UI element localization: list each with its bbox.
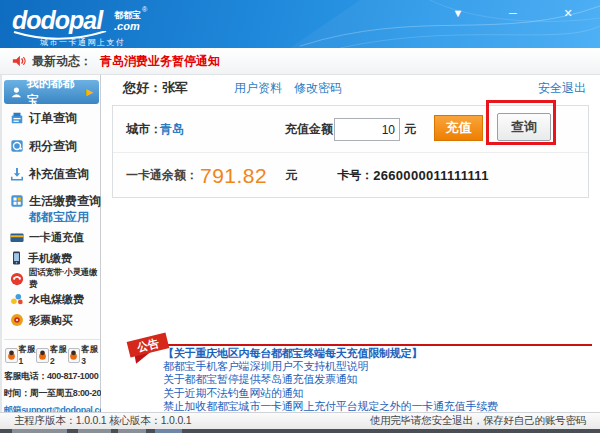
sidebar: 我的都都宝 ▶ 订单查询 积分查询 补充值查询 (0, 75, 101, 412)
service-agent-1-button[interactable]: 客服1 (5, 344, 36, 366)
user-bar: 您好：张军 用户资料 修改密码 (101, 75, 600, 101)
utilities-icon (10, 292, 24, 306)
user-greeting: 您好：张军 (123, 79, 188, 97)
user-icon (10, 86, 23, 99)
recharge-panel: 城市： 青岛 充值金额： 元 充值 查询 一卡通余额： 791.82 元 卡号：… (112, 105, 589, 198)
window-menu-button[interactable]: ▼ (448, 5, 468, 21)
life-payment-icon (10, 194, 24, 208)
balance-row: 一卡通余额： 791.82 元 卡号： 2660000011111111 (113, 152, 588, 199)
dodopal-window: dodopal 都都宝 ® .com 城市一卡通网上支付 ▼ ─ ✕ 最新动态：… (0, 0, 600, 433)
logo-com: .com (114, 20, 140, 32)
points-icon (10, 139, 24, 153)
main-content: 您好：张军 用户资料 修改密码 安全退出 城市： 青岛 充值金额： 元 充值 查… (101, 75, 600, 412)
sidebar-apps-header: 都都宝应用 (2, 209, 102, 226)
sidebar-item-label: 手机缴费 (28, 251, 72, 266)
recharge-button[interactable]: 充值 (434, 115, 483, 141)
sidebar-item-label: 补充值查询 (29, 166, 89, 183)
announcement-list: 【关于重庆地区内每台都都宝终端每天充值限制规定】 都都宝手机客户端深圳用户不支持… (163, 347, 595, 413)
query-button[interactable]: 查询 (497, 113, 551, 141)
city-value[interactable]: 青岛 (160, 106, 184, 152)
qq-icon (5, 348, 18, 363)
sidebar-item-label: 订单查询 (29, 110, 77, 127)
service-hours: 时间：周一至周五8:00-20:00 (4, 387, 100, 400)
order-icon (10, 111, 24, 125)
card-number-label: 卡号： (337, 167, 373, 184)
announcement-link[interactable]: 【关于重庆地区内每台都都宝终端每天充值限制规定】 (163, 347, 595, 360)
taskbar-sliver (0, 429, 600, 433)
service-tab-label: 客服2 (50, 344, 68, 366)
card-number-value: 2660000011111111 (373, 168, 488, 183)
balance-currency: 元 (285, 167, 297, 184)
announcement-link[interactable]: 关于都都宝暂停提供琴岛通充值发票通知 (163, 373, 595, 386)
sidebar-item-label: 我的都都宝 (27, 75, 86, 109)
announcement-link[interactable]: 都都宝手机客户端深圳用户不支持机型说明 (163, 360, 595, 373)
user-profile-link[interactable]: 用户资料 (234, 80, 282, 97)
amount-input[interactable] (334, 118, 400, 141)
landline-phone-icon (10, 272, 24, 286)
status-bar: 主程序版本：1.0.0.1 核心版本：1.0.0.1 使用完毕请您安全退出，保存… (0, 412, 600, 429)
change-password-link[interactable]: 修改密码 (294, 80, 342, 97)
download-icon (10, 167, 24, 181)
window-close-button[interactable]: ✕ (558, 5, 578, 21)
app-header: dodopal 都都宝 ® .com 城市一卡通网上支付 ▼ ─ ✕ (0, 0, 600, 48)
speaker-icon (12, 54, 26, 68)
service-tab-label: 客服1 (19, 344, 37, 366)
sidebar-item-label: 水电煤缴费 (29, 292, 84, 307)
logo-tagline: 城市一卡通网上支付 (40, 37, 126, 48)
service-tab-label: 客服3 (81, 344, 99, 366)
sidebar-item-label: 生活缴费查询 (29, 193, 101, 210)
safe-logout-link[interactable]: 安全退出 (538, 80, 586, 97)
chevron-right-icon: ▶ (86, 87, 93, 97)
sidebar-item-points-query[interactable]: 积分查询 (2, 134, 102, 158)
window-minimize-button[interactable]: ─ (503, 5, 523, 21)
ticker-notice-link[interactable]: 青岛消费业务暂停通知 (100, 53, 220, 70)
service-tabs: 客服1 客服2 客服3 (4, 344, 100, 366)
service-agent-3-button[interactable]: 客服3 (68, 344, 99, 366)
version-info: 主程序版本：1.0.0.1 核心版本：1.0.0.1 (14, 414, 191, 428)
sidebar-item-label: 一卡通充值 (29, 230, 84, 245)
sidebar-item-label: 彩票购买 (29, 313, 73, 328)
news-ticker: 最新动态： 青岛消费业务暂停通知 (0, 48, 600, 75)
announcement-link[interactable]: 关于近期不法钓鱼网站的通知 (163, 387, 595, 400)
service-phone: 客服电话：400-817-1000 (4, 370, 100, 383)
currency-label: 元 (404, 106, 416, 152)
balance-label: 一卡通余额： (126, 167, 198, 184)
card-icon (10, 231, 24, 244)
announcement-divider (138, 344, 592, 346)
safety-tip: 使用完毕请您安全退出，保存好自己的账号密码 (370, 414, 586, 428)
sidebar-item-topup-query[interactable]: 补充值查询 (2, 162, 102, 186)
city-label: 城市： (126, 106, 162, 152)
registered-mark: ® (142, 6, 147, 13)
recharge-form-row: 城市： 青岛 充值金额： 元 充值 查询 (113, 106, 588, 153)
lottery-icon (10, 313, 24, 327)
qq-icon (68, 348, 81, 363)
sidebar-item-order-query[interactable]: 订单查询 (2, 106, 102, 130)
sidebar-item-label: 积分查询 (29, 138, 77, 155)
mobile-phone-icon (10, 251, 23, 265)
sidebar-item-my-dodopal[interactable]: 我的都都宝 ▶ (4, 80, 99, 104)
service-agent-2-button[interactable]: 客服2 (36, 344, 67, 366)
ticker-label: 最新动态： (32, 53, 92, 70)
qq-icon (36, 348, 49, 363)
balance-value: 791.82 (200, 164, 267, 188)
sidebar-item-lottery-purchase[interactable]: 彩票购买 (2, 308, 102, 332)
